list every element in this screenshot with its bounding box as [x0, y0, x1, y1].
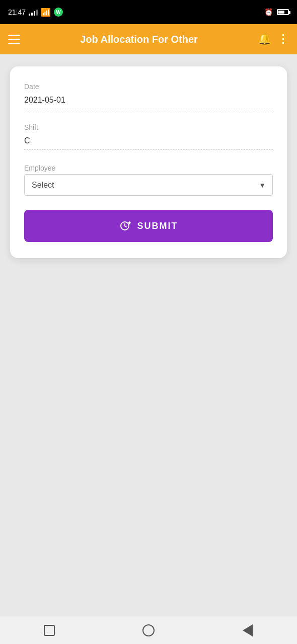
date-label: Date: [24, 83, 273, 91]
status-right: ⏰: [264, 8, 289, 16]
date-field-group: Date 2021-05-01: [24, 83, 273, 109]
employee-label: Employee: [24, 164, 273, 172]
time-display: 21:47: [8, 8, 26, 16]
bottom-nav: [0, 616, 297, 644]
submit-label: SUBMIT: [137, 221, 178, 231]
square-nav-button[interactable]: [40, 621, 58, 639]
date-value: 2021-05-01: [24, 93, 273, 109]
shift-value: C: [24, 133, 273, 150]
submit-button[interactable]: SUBMIT: [24, 210, 273, 242]
employee-field-group: Employee Select ▼: [24, 164, 273, 196]
form-card: Date 2021-05-01 Shift C Employee Select …: [10, 66, 287, 258]
wifi-icon: 📶: [41, 8, 51, 17]
status-left: 21:47 📶 W: [8, 8, 63, 17]
back-nav-button[interactable]: [239, 621, 257, 639]
employee-select[interactable]: Select: [24, 174, 273, 196]
employee-select-wrapper: Select ▼: [24, 174, 273, 196]
signal-icon: [29, 9, 38, 16]
hamburger-menu-icon[interactable]: [8, 35, 20, 44]
home-nav-button[interactable]: [139, 621, 158, 639]
whatsapp-icon: W: [54, 8, 63, 17]
content-area: Date 2021-05-01 Shift C Employee Select …: [0, 54, 297, 616]
square-icon: [44, 625, 55, 636]
clock-plus-icon: [119, 220, 131, 232]
submit-icon: [119, 220, 131, 232]
page-title: Job Allocation For Other: [26, 34, 252, 45]
circle-icon: [142, 624, 155, 636]
svg-line-2: [125, 226, 126, 227]
bell-icon[interactable]: 🔔: [258, 33, 271, 46]
shift-field-group: Shift C: [24, 123, 273, 150]
battery-icon: [277, 9, 289, 15]
more-options-icon[interactable]: ⋮: [277, 33, 289, 46]
app-bar: Job Allocation For Other 🔔 ⋮: [0, 24, 297, 54]
shift-label: Shift: [24, 123, 273, 131]
status-bar: 21:47 📶 W ⏰: [0, 0, 297, 24]
back-icon: [243, 624, 253, 636]
alarm-icon: ⏰: [264, 8, 273, 16]
